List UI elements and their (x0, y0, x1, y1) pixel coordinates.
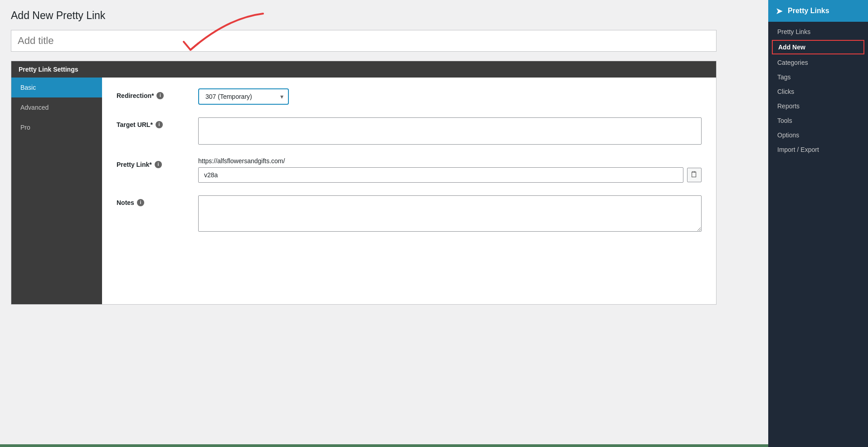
pretty-link-info-icon[interactable]: i (155, 161, 162, 168)
nav-item-pretty-links[interactable]: Pretty Links (768, 24, 868, 39)
pretty-link-input-row: 🗒 (198, 167, 702, 183)
pretty-link-input[interactable] (198, 167, 683, 183)
pretty-link-row: Pretty Link* i https://alfsflowersandgif… (117, 157, 702, 183)
notes-control-col (198, 195, 702, 233)
redirection-label-col: Redirection* i (117, 88, 198, 99)
redirection-select[interactable]: 301 (Permanent) 302 (Temporary) 307 (Tem… (198, 88, 289, 105)
pretty-link-label-col: Pretty Link* i (117, 157, 198, 168)
form-area: Redirection* i 301 (Permanent) 302 (Temp… (102, 78, 716, 304)
nav-item-import-export[interactable]: Import / Export (768, 142, 868, 157)
tabs-sidebar: Basic Advanced Pro (11, 78, 102, 304)
notes-row: Notes i (117, 195, 702, 233)
nav-item-clicks[interactable]: Clicks (768, 84, 868, 99)
nav-header: ➤ Pretty Links (768, 0, 868, 22)
notes-label: Notes i (117, 199, 198, 206)
notes-label-col: Notes i (117, 195, 198, 206)
pretty-link-control-col: https://alfsflowersandgifts.com/ 🗒 (198, 157, 702, 183)
clipboard-icon[interactable]: 🗒 (687, 168, 702, 182)
nav-item-tools[interactable]: Tools (768, 113, 868, 128)
pretty-link-label: Pretty Link* i (117, 161, 198, 168)
redirection-info-icon[interactable]: i (156, 92, 164, 99)
nav-item-options[interactable]: Options (768, 128, 868, 142)
notes-textarea[interactable] (198, 195, 702, 232)
nav-item-tags[interactable]: Tags (768, 70, 868, 84)
nav-item-reports[interactable]: Reports (768, 99, 868, 113)
nav-items-list: Pretty Links Add New Categories Tags Cli… (768, 22, 868, 160)
redirection-control-col: 301 (Permanent) 302 (Temporary) 307 (Tem… (198, 88, 702, 105)
page-title: Add New Pretty Link (11, 9, 857, 23)
right-nav: ➤ Pretty Links Pretty Links Add New Cate… (768, 0, 868, 447)
title-input[interactable] (11, 30, 716, 51)
target-url-info-icon[interactable]: i (156, 121, 163, 128)
title-input-wrapper (11, 30, 717, 52)
target-url-label-col: Target URL* i (117, 117, 198, 128)
nav-header-title: Pretty Links (788, 7, 829, 15)
nav-item-add-new[interactable]: Add New (772, 40, 864, 54)
nav-item-categories[interactable]: Categories (768, 55, 868, 70)
tab-pro[interactable]: Pro (11, 117, 102, 137)
tab-basic[interactable]: Basic (11, 78, 102, 97)
bottom-bar (0, 444, 768, 447)
tab-advanced[interactable]: Advanced (11, 97, 102, 117)
main-content: Add New Pretty Link Pretty Link Settings… (0, 0, 868, 447)
pretty-link-base-url: https://alfsflowersandgifts.com/ (198, 157, 702, 165)
nav-logo-icon: ➤ (775, 5, 783, 16)
redirection-row: Redirection* i 301 (Permanent) 302 (Temp… (117, 88, 702, 105)
settings-body: Basic Advanced Pro Redirection* i (11, 78, 716, 304)
target-url-input[interactable] (198, 117, 702, 145)
notes-info-icon[interactable]: i (137, 199, 144, 206)
target-url-label: Target URL* i (117, 121, 198, 128)
target-url-control-col (198, 117, 702, 145)
settings-header: Pretty Link Settings (11, 61, 716, 78)
settings-panel: Pretty Link Settings Basic Advanced Pro … (11, 61, 717, 305)
target-url-row: Target URL* i (117, 117, 702, 145)
redirection-select-wrapper: 301 (Permanent) 302 (Temporary) 307 (Tem… (198, 88, 289, 105)
redirection-label: Redirection* i (117, 92, 198, 99)
